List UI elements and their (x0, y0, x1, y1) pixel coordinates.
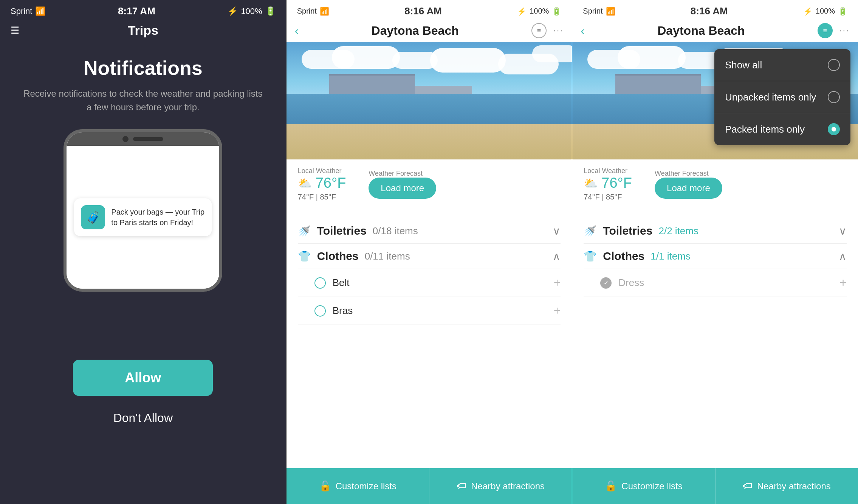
allow-button-label: Allow (125, 370, 161, 386)
nearby-label-3: Nearby attractions (757, 481, 831, 492)
filter-show-all[interactable]: Show all (714, 49, 850, 81)
toiletries-chevron-2[interactable]: ∨ (553, 225, 561, 237)
toiletries-icon-2: 🚿 (298, 225, 311, 237)
notifications-panel: Sprint 📶 8:17 AM ⚡ 100% 🔋 ☰ Trips Notifi… (0, 0, 286, 504)
back-button-2[interactable]: ‹ (295, 24, 299, 38)
wifi-icon: 📶 (35, 6, 45, 16)
toiletries-left-2: 🚿 Toiletries 0/18 items (298, 224, 418, 237)
customize-label-3: Customize lists (621, 481, 682, 492)
panel-nav-2: ‹ Daytona Beach ≡ ··· (287, 19, 572, 42)
filter-dropdown: Show all Unpacked items only Packed item… (714, 49, 850, 145)
clothes-header-3[interactable]: 👕 Clothes 1/1 items ∧ (584, 244, 847, 269)
belt-add-icon[interactable]: + (554, 276, 561, 290)
notification-app-icon: 🧳 (81, 205, 105, 229)
item-dress: ✓ Dress + (584, 269, 847, 297)
weather-temp-3: ⛅ 76°F (584, 175, 632, 191)
carrier-label: Sprint (11, 6, 32, 16)
panel-title-2: Daytona Beach (372, 24, 459, 38)
forecast-label-3: Weather Forecast (655, 170, 709, 178)
nav-title-1: Trips (128, 23, 158, 38)
weather-section-2: Local Weather ⛅ 76°F 74°F | 85°F Weather… (287, 159, 572, 209)
carrier-2: Sprint 📶 (297, 7, 329, 16)
carrier-3: Sprint 📶 (583, 7, 615, 16)
dress-checkbox[interactable]: ✓ (600, 277, 612, 289)
weather-right-3: Weather Forecast Load more (655, 170, 722, 199)
battery-label-3: 100% (816, 7, 835, 15)
allow-button[interactable]: Allow (73, 360, 213, 396)
time-label-2: 8:16 AM (404, 5, 442, 17)
nearby-button-2[interactable]: 🏷 Nearby attractions (429, 468, 572, 504)
nav-right-3: ≡ ··· (818, 23, 850, 38)
customize-button-3[interactable]: 🔓 Customize lists (572, 468, 715, 504)
bottom-bar-2: 🔓 Customize lists 🏷 Nearby attractions (287, 468, 572, 504)
packing-section-2: 🚿 Toiletries 0/18 items ∨ 👕 Clothes 0/11… (287, 209, 572, 468)
weather-section-3: Local Weather ⛅ 76°F 74°F | 85°F Weather… (572, 159, 858, 209)
toiletries-name-2: Toiletries (317, 224, 367, 237)
toiletries-left-3: 🚿 Toiletries 2/2 items (584, 224, 698, 237)
unpacked-radio[interactable] (828, 91, 840, 103)
filter-show-all-label: Show all (725, 59, 762, 71)
nearby-button-3[interactable]: 🏷 Nearby attractions (716, 468, 858, 504)
load-more-button-3[interactable]: Load more (655, 178, 722, 199)
clothes-icon-2: 👕 (298, 250, 311, 263)
customize-button-2[interactable]: 🔓 Customize lists (287, 468, 429, 504)
item-bras-left: Bras (314, 305, 353, 317)
bluetooth-icon: ⚡ (228, 6, 238, 16)
filter-icon-3[interactable]: ≡ (818, 23, 833, 38)
customize-label-2: Customize lists (336, 481, 396, 492)
weather-label-2: Local Weather (298, 167, 346, 175)
packed-radio-inner (832, 127, 836, 131)
dont-allow-button-label: Don't Allow (113, 411, 173, 425)
belt-name: Belt (333, 277, 350, 289)
battery-3: ⚡ 100% 🔋 (803, 7, 847, 16)
status-bar-left: Sprint 📶 (11, 6, 45, 16)
belt-checkbox[interactable] (314, 277, 326, 289)
clothes-icon-3: 👕 (584, 250, 597, 263)
item-dress-left: ✓ Dress (600, 277, 644, 289)
dress-add-icon[interactable]: + (839, 276, 847, 290)
panel-title-3: Daytona Beach (657, 24, 745, 38)
daytona-panel-1: Sprint 📶 8:16 AM ⚡ 100% 🔋 ‹ Daytona Beac… (286, 0, 572, 504)
clothes-chevron-3[interactable]: ∧ (839, 250, 847, 263)
status-bar-3: Sprint 📶 8:16 AM ⚡ 100% 🔋 (572, 0, 858, 19)
bras-checkbox[interactable] (314, 305, 326, 317)
bluetooth-icon-3: ⚡ (803, 7, 813, 16)
filter-packed-label: Packed items only (725, 124, 805, 135)
notifications-title: Notifications (84, 57, 203, 79)
bottom-bar-3: 🔓 Customize lists 🏷 Nearby attractions (572, 468, 858, 504)
toiletries-header-3[interactable]: 🚿 Toiletries 2/2 items ∨ (584, 218, 847, 244)
toiletries-header-2[interactable]: 🚿 Toiletries 0/18 items ∨ (298, 218, 561, 244)
show-all-radio[interactable] (828, 59, 840, 71)
more-icon-2[interactable]: ··· (553, 26, 564, 36)
weather-temp-2: ⛅ 76°F (298, 175, 346, 191)
phone-top-bar (67, 132, 219, 146)
filter-unpacked-label: Unpacked items only (725, 91, 816, 103)
phone-speaker (133, 137, 163, 141)
more-icon-3[interactable]: ··· (839, 26, 850, 36)
clothes-count-2: 0/11 items (365, 250, 410, 262)
weather-left-3: Local Weather ⛅ 76°F 74°F | 85°F (584, 167, 632, 201)
filter-icon-2[interactable]: ≡ (531, 23, 547, 38)
nearby-label-2: Nearby attractions (471, 481, 545, 492)
back-button-3[interactable]: ‹ (581, 24, 585, 38)
bras-add-icon[interactable]: + (554, 304, 561, 318)
packed-radio[interactable] (828, 123, 840, 135)
weather-range-2: 74°F | 85°F (298, 193, 346, 201)
weather-range-3: 74°F | 85°F (584, 193, 632, 201)
load-more-button-2[interactable]: Load more (369, 178, 436, 199)
status-bar-right: ⚡ 100% 🔋 (228, 6, 275, 16)
status-bar-1: Sprint 📶 8:17 AM ⚡ 100% 🔋 (0, 0, 286, 19)
dont-allow-button[interactable]: Don't Allow (113, 411, 173, 425)
clothes-name-3: Clothes (603, 250, 644, 263)
toiletries-chevron-3[interactable]: ∨ (839, 225, 847, 237)
daytona-panel-2: Sprint 📶 8:16 AM ⚡ 100% 🔋 ‹ Daytona Beac… (572, 0, 858, 504)
clothes-chevron-2[interactable]: ∧ (553, 250, 561, 263)
filter-unpacked[interactable]: Unpacked items only (714, 81, 850, 113)
carrier-label-2: Sprint (297, 7, 317, 15)
weather-icon-2: ⛅ (298, 176, 312, 190)
filter-packed[interactable]: Packed items only (714, 113, 850, 145)
customize-icon-2: 🔓 (319, 480, 331, 492)
notification-card: 🧳 Pack your bags — your Trip to Paris st… (74, 198, 212, 236)
menu-icon[interactable]: ☰ (11, 25, 19, 36)
clothes-header-2[interactable]: 👕 Clothes 0/11 items ∧ (298, 244, 561, 269)
